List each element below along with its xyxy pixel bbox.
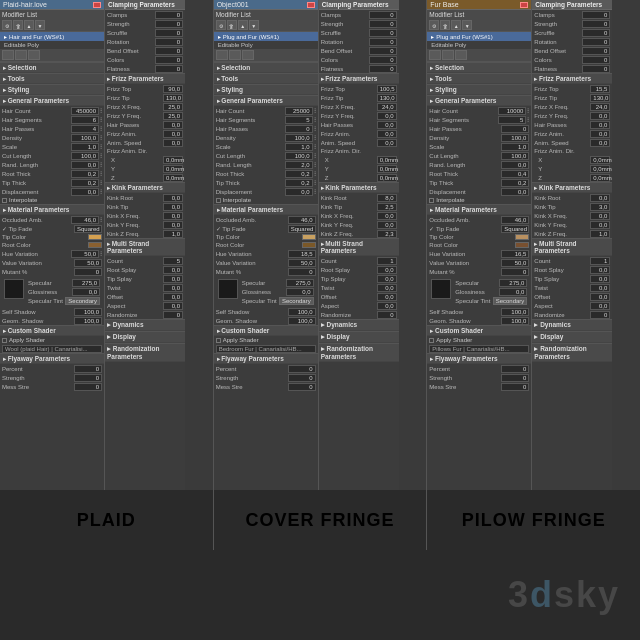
section-material-cover[interactable]: Material Parameters — [214, 204, 318, 215]
section-dynamics-pilow[interactable]: ▸ Dynamics — [532, 319, 612, 331]
section-multi-plaid[interactable]: Multi Strand Parameters — [105, 238, 185, 256]
section-multi-cover[interactable]: Multi Strand Parameters — [319, 238, 399, 256]
param-cut-length-pilow: Cut Length 100,0 — [427, 151, 531, 160]
section-general-pilow[interactable]: General Parameters — [427, 95, 531, 106]
section-frizz-pilow[interactable]: Frizz Parameters — [532, 73, 612, 84]
tree-item-poly-plaid[interactable]: Editable Poly — [0, 41, 104, 49]
section-selection-plaid[interactable]: Selection — [0, 62, 104, 73]
watermark-text: 3dsky — [508, 574, 620, 616]
section-styling-cover[interactable]: Styling — [214, 84, 318, 95]
section-tools-cover[interactable]: Tools — [214, 73, 318, 84]
modifier-list-cover[interactable]: Modifier List — [214, 10, 318, 19]
section-general-plaid[interactable]: General Parameters — [0, 95, 104, 106]
section-frizz-cover[interactable]: Frizz Parameters — [319, 73, 399, 84]
param-root-thick-pilow: Root Thick 0,4 — [427, 169, 531, 178]
tree-item-hair-pilow[interactable]: ▸ Plug and Fur (WS#1) — [427, 32, 531, 41]
param-strength-cover: Strength 0 — [214, 373, 318, 382]
section-custom-pilow[interactable]: Custom Shader — [427, 325, 531, 336]
shader-label-cover[interactable]: Bedroom Fur | Canarialisi/HB... — [216, 345, 316, 353]
param-x-mm: X 0,0mm — [105, 155, 185, 164]
param-shader-name-plaid: Wool (plaid Hair) | Canarialisi... — [0, 344, 104, 353]
section-selection-cover[interactable]: Selection — [214, 62, 318, 73]
param-occluded-plaid: Occluded Amb. 46,0 ⁝ — [0, 215, 104, 224]
section-selection-pilow[interactable]: Selection — [427, 62, 531, 73]
param-tip-color-plaid: Tip Color — [0, 233, 104, 241]
param-interpolate-cover: Interpolate — [214, 196, 318, 204]
section-styling-pilow[interactable]: Styling — [427, 84, 531, 95]
section-styling-plaid[interactable]: Styling — [0, 84, 104, 95]
tree-item-poly-cover[interactable]: Editable Poly — [214, 41, 318, 49]
section-display-pilow[interactable]: ▸ Display — [532, 331, 612, 343]
toolbar-pilow-btn-1[interactable]: ⚙ — [429, 20, 439, 30]
icon-1[interactable] — [2, 50, 14, 60]
section-material-pilow[interactable]: Material Parameters — [427, 204, 531, 215]
color-swatch-root-cover[interactable] — [302, 242, 316, 248]
section-custom-cover[interactable]: Custom Shader — [214, 325, 318, 336]
cover-icon-2[interactable] — [229, 50, 241, 60]
toolbar-pilow-btn-4[interactable]: ▼ — [462, 20, 472, 30]
section-flyaway-plaid[interactable]: Flyaway Parameters — [0, 353, 104, 364]
section-custom-plaid[interactable]: Custom Shader — [0, 325, 104, 336]
pilow-icon-3[interactable] — [455, 50, 467, 60]
section-kink-cover[interactable]: Kink Parameters — [319, 182, 399, 193]
pilow-icon-2[interactable] — [442, 50, 454, 60]
section-dynamics-cover[interactable]: ▸ Dynamics — [319, 319, 399, 331]
panel-plaid-header: Plaid-hair.love — [0, 0, 104, 10]
panel-pilow-right-header: Clamping Parameters — [532, 0, 612, 10]
toolbar-btn-1[interactable]: ⚙ — [2, 20, 12, 30]
section-flyaway-pilow[interactable]: Flyaway Parameters — [427, 353, 531, 364]
section-tools-pilow[interactable]: Tools — [427, 73, 531, 84]
param-scale-pilow: Scale 1,0 — [427, 142, 531, 151]
color-swatch-root-pilow[interactable] — [515, 242, 529, 248]
section-kink-plaid[interactable]: Kink Parameters — [105, 182, 185, 193]
toolbar-pilow-btn-3[interactable]: ▲ — [451, 20, 461, 30]
color-swatch-root[interactable] — [88, 242, 102, 248]
section-dynamics-plaid[interactable]: ▸ Dynamics — [105, 319, 185, 331]
section-display-cover[interactable]: ▸ Display — [319, 331, 399, 343]
toolbar-btn-2[interactable]: 🗑 — [13, 20, 23, 30]
toolbar-cover-btn-4[interactable]: ▼ — [249, 20, 259, 30]
section-material-plaid[interactable]: Material Parameters — [0, 204, 104, 215]
tree-item-cover-poly-label: Editable Poly — [218, 42, 253, 48]
param-geom-shadow-cover: Geom. Shadow 100,0 — [214, 316, 318, 325]
section-display-plaid[interactable]: ▸ Display — [105, 331, 185, 343]
shader-label[interactable]: Wool (plaid Hair) | Canarialisi... — [2, 345, 102, 353]
param-displacement-cover: Displacement 0,0 ⁝ — [214, 187, 318, 196]
param-value-variation-plaid: Value Variation 50,0 — [0, 258, 104, 267]
pilow-icon-1[interactable] — [429, 50, 441, 60]
section-flyaway-cover[interactable]: Flyaway Parameters — [214, 353, 318, 364]
modifier-list-plaid[interactable]: Modifier List — [0, 10, 104, 19]
toolbar-btn-3[interactable]: ▲ — [24, 20, 34, 30]
shader-label-pilow[interactable]: Pillows Fur | Canarialisi/HB... — [429, 345, 529, 353]
label-plaid: PLAID — [77, 510, 136, 531]
section-random-pilow[interactable]: ▸ Randomization Parameters — [532, 343, 612, 362]
param-scale-plaid: Scale 1,0 ⁝ — [0, 142, 104, 151]
param-kink-z-freq: Kink Z Freq. 1,0 — [105, 229, 185, 238]
color-swatch-tip-pilow[interactable] — [515, 234, 529, 240]
tree-item-hair-plaid[interactable]: ▸ Hair and Fur (WS#1) — [0, 32, 104, 41]
toolbar-cover-btn-3[interactable]: ▲ — [238, 20, 248, 30]
section-random-plaid[interactable]: ▸ Randomization Parameters — [105, 343, 185, 362]
bottom-section: PLAID COVER FRINGE PILOW FRINGE 3dsky — [0, 490, 640, 640]
section-random-cover[interactable]: ▸ Randomization Parameters — [319, 343, 399, 362]
param-kink-tip: Kink Tip 0,0 — [105, 202, 185, 211]
toolbar-cover-btn-1[interactable]: ⚙ — [216, 20, 226, 30]
toolbar-btn-4[interactable]: ▼ — [35, 20, 45, 30]
modifier-list-pilow[interactable]: Modifier List — [427, 10, 531, 19]
section-multi-pilow[interactable]: Multi Strand Parameters — [532, 238, 612, 256]
section-frizz-plaid[interactable]: Frizz Parameters — [105, 73, 185, 84]
cover-icon-1[interactable] — [216, 50, 228, 60]
icon-3[interactable] — [28, 50, 40, 60]
section-kink-pilow[interactable]: Kink Parameters — [532, 182, 612, 193]
tree-item-poly-pilow[interactable]: Editable Poly — [427, 41, 531, 49]
color-swatch-tip[interactable] — [88, 234, 102, 240]
icon-2[interactable] — [15, 50, 27, 60]
tree-item-hair-cover[interactable]: ▸ Plug and Fur (WS#1) — [214, 32, 318, 41]
toolbar-pilow-btn-2[interactable]: 🗑 — [440, 20, 450, 30]
toolbar-cover-btn-2[interactable]: 🗑 — [227, 20, 237, 30]
color-swatch-tip-cover[interactable] — [302, 234, 316, 240]
cover-icon-3[interactable] — [242, 50, 254, 60]
param-tip-thick-plaid: Tip Thick 0,2 ⁝ — [0, 178, 104, 187]
section-general-cover[interactable]: General Parameters — [214, 95, 318, 106]
section-tools-plaid[interactable]: Tools — [0, 73, 104, 84]
